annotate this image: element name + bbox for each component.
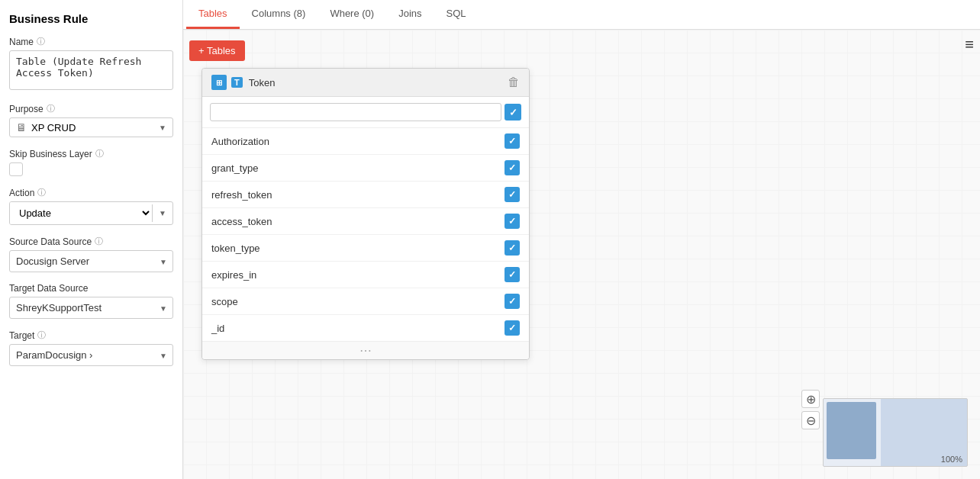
column-checkbox[interactable] (505, 320, 520, 336)
column-search-input[interactable] (210, 103, 501, 121)
column-name: _id (211, 323, 224, 334)
db-icon: 🖥 (16, 121, 27, 133)
table-row: grant_type (202, 155, 529, 182)
action-select[interactable]: Update (10, 202, 152, 224)
zoom-in-button[interactable]: ⊕ (801, 390, 820, 408)
source-ds-help-icon: ⓘ (95, 236, 103, 247)
target-ds-field-group: Target Data Source ShreyKSupportTest (9, 283, 173, 319)
skip-label: Skip Business Layer ⓘ (9, 148, 173, 159)
zoom-controls: ⊕ ⊖ (801, 390, 820, 429)
skip-field-group: Skip Business Layer ⓘ (9, 148, 173, 176)
token-type-badge: T (231, 77, 243, 88)
source-ds-select-wrapper[interactable]: Docusign Server (9, 250, 173, 272)
purpose-help-icon: ⓘ (47, 103, 55, 114)
minimap: 100% (823, 398, 968, 467)
column-checkbox[interactable] (505, 267, 520, 282)
table-row: _id (202, 315, 529, 341)
column-name: grant_type (211, 162, 258, 174)
column-checkbox[interactable] (505, 294, 520, 309)
column-checkbox[interactable] (505, 240, 520, 256)
column-name: access_token (211, 216, 272, 227)
column-checkbox[interactable] (505, 160, 520, 175)
tab-tables[interactable]: Tables (186, 0, 240, 29)
table-type-icon: ⊞ (211, 75, 227, 90)
source-ds-select[interactable]: Docusign Server (9, 250, 173, 272)
target-ds-select-wrapper[interactable]: ShreyKSupportTest (9, 297, 173, 319)
action-field-group: Action ⓘ Update ▼ (9, 187, 173, 225)
source-ds-label: Source Data Source ⓘ (9, 236, 173, 247)
purpose-field-group: Purpose ⓘ 🖥 XP CRUD ▼ (9, 103, 173, 137)
table-row: refresh_token (202, 182, 529, 208)
table-row: access_token (202, 208, 529, 235)
delete-icon[interactable]: 🗑 (508, 76, 520, 89)
target-ds-label: Target Data Source (9, 283, 173, 294)
minimap-card-preview (827, 402, 876, 459)
target-field-group: Target ⓘ ParamDocusign › (9, 330, 173, 366)
column-name: token_type (211, 243, 260, 254)
column-checkbox[interactable] (505, 187, 520, 202)
card-search-row (202, 97, 529, 128)
column-name: scope (211, 296, 238, 307)
main-content: Tables Columns (8) Where (0) Joins SQL +… (183, 0, 980, 479)
column-name: Authorization (211, 136, 269, 147)
tab-bar: Tables Columns (8) Where (0) Joins SQL (183, 0, 980, 30)
name-label: Name ⓘ (9, 36, 173, 47)
target-label: Target ⓘ (9, 330, 173, 341)
table-row: scope (202, 288, 529, 315)
action-help-icon: ⓘ (37, 187, 46, 198)
column-checkbox[interactable] (505, 133, 520, 149)
name-input[interactable]: Table (Update Refresh Access Token) (9, 50, 173, 90)
tab-where[interactable]: Where (0) (318, 0, 386, 29)
table-row: Authorization (202, 128, 529, 155)
purpose-select[interactable]: XP CRUD (31, 122, 156, 133)
name-help-icon: ⓘ (37, 36, 45, 47)
table-row: expires_in (202, 262, 529, 288)
action-select-wrapper[interactable]: Update ▼ (9, 201, 173, 225)
skip-help-icon: ⓘ (95, 148, 104, 159)
sidebar: Business Rule Name ⓘ Table (Update Refre… (0, 0, 183, 479)
target-ds-select[interactable]: ShreyKSupportTest (9, 297, 173, 319)
canvas: + Tables ⊞ T Token 🗑 Authorization gran (183, 30, 980, 479)
table-row: token_type (202, 235, 529, 262)
column-name: expires_in (211, 269, 256, 281)
token-card-header: ⊞ T Token 🗑 (202, 69, 529, 97)
tab-columns[interactable]: Columns (8) (240, 0, 318, 29)
column-list: Authorization grant_type refresh_token a… (202, 128, 529, 341)
target-select-wrapper[interactable]: ParamDocusign › (9, 344, 173, 366)
token-card: ⊞ T Token 🗑 Authorization grant_type ref… (201, 68, 530, 360)
purpose-label: Purpose ⓘ (9, 103, 173, 114)
zoom-out-button[interactable]: ⊖ (801, 411, 820, 429)
action-label: Action ⓘ (9, 187, 173, 198)
skip-checkbox[interactable] (9, 162, 23, 176)
purpose-arrow-icon: ▼ (159, 124, 166, 132)
minimap-zoom-label: 100% (941, 455, 962, 464)
tab-sql[interactable]: SQL (434, 0, 479, 29)
page-title: Business Rule (9, 12, 173, 25)
hamburger-menu-icon[interactable]: ≡ (965, 36, 974, 53)
add-tables-button[interactable]: + Tables (189, 40, 245, 61)
target-help-icon: ⓘ (37, 330, 46, 341)
token-name: Token (249, 77, 276, 88)
purpose-select-wrapper[interactable]: 🖥 XP CRUD ▼ (9, 117, 173, 137)
source-ds-field-group: Source Data Source ⓘ Docusign Server (9, 236, 173, 272)
target-select[interactable]: ParamDocusign › (9, 344, 173, 366)
check-all-button[interactable] (505, 104, 521, 121)
action-arrow-icon[interactable]: ▼ (152, 204, 172, 222)
resize-handle[interactable]: ⋯ (202, 341, 529, 359)
tab-joins[interactable]: Joins (386, 0, 434, 29)
token-card-header-left: ⊞ T Token (211, 75, 275, 90)
name-field-group: Name ⓘ Table (Update Refresh Access Toke… (9, 36, 173, 92)
column-checkbox[interactable] (505, 214, 520, 229)
column-name: refresh_token (211, 189, 272, 201)
